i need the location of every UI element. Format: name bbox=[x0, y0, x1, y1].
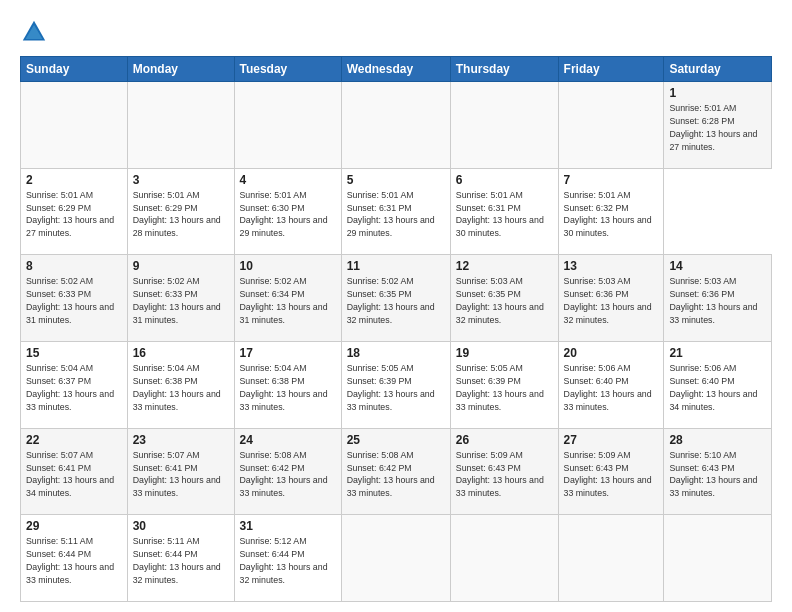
calendar-cell: 26 Sunrise: 5:09 AMSunset: 6:43 PMDaylig… bbox=[450, 428, 558, 515]
calendar-cell bbox=[450, 82, 558, 169]
header-day-thursday: Thursday bbox=[450, 57, 558, 82]
calendar-cell bbox=[234, 82, 341, 169]
day-info: Sunrise: 5:08 AMSunset: 6:42 PMDaylight:… bbox=[347, 450, 435, 499]
calendar-cell bbox=[664, 515, 772, 602]
calendar-cell bbox=[21, 82, 128, 169]
day-number: 31 bbox=[240, 519, 336, 533]
day-number: 20 bbox=[564, 346, 659, 360]
calendar-cell: 2 Sunrise: 5:01 AMSunset: 6:29 PMDayligh… bbox=[21, 168, 128, 255]
calendar-cell: 18 Sunrise: 5:05 AMSunset: 6:39 PMDaylig… bbox=[341, 341, 450, 428]
day-info: Sunrise: 5:03 AMSunset: 6:36 PMDaylight:… bbox=[669, 276, 757, 325]
day-info: Sunrise: 5:01 AMSunset: 6:29 PMDaylight:… bbox=[26, 190, 114, 239]
calendar-cell: 23 Sunrise: 5:07 AMSunset: 6:41 PMDaylig… bbox=[127, 428, 234, 515]
day-number: 6 bbox=[456, 173, 553, 187]
day-number: 23 bbox=[133, 433, 229, 447]
day-number: 7 bbox=[564, 173, 659, 187]
day-info: Sunrise: 5:04 AMSunset: 6:38 PMDaylight:… bbox=[133, 363, 221, 412]
day-info: Sunrise: 5:12 AMSunset: 6:44 PMDaylight:… bbox=[240, 536, 328, 585]
header-day-friday: Friday bbox=[558, 57, 664, 82]
week-row-5: 29 Sunrise: 5:11 AMSunset: 6:44 PMDaylig… bbox=[21, 515, 772, 602]
day-info: Sunrise: 5:03 AMSunset: 6:36 PMDaylight:… bbox=[564, 276, 652, 325]
calendar-header: SundayMondayTuesdayWednesdayThursdayFrid… bbox=[21, 57, 772, 82]
day-info: Sunrise: 5:04 AMSunset: 6:37 PMDaylight:… bbox=[26, 363, 114, 412]
calendar-cell: 25 Sunrise: 5:08 AMSunset: 6:42 PMDaylig… bbox=[341, 428, 450, 515]
week-row-2: 8 Sunrise: 5:02 AMSunset: 6:33 PMDayligh… bbox=[21, 255, 772, 342]
day-number: 26 bbox=[456, 433, 553, 447]
calendar-cell: 17 Sunrise: 5:04 AMSunset: 6:38 PMDaylig… bbox=[234, 341, 341, 428]
day-info: Sunrise: 5:09 AMSunset: 6:43 PMDaylight:… bbox=[564, 450, 652, 499]
calendar-cell: 29 Sunrise: 5:11 AMSunset: 6:44 PMDaylig… bbox=[21, 515, 128, 602]
calendar-cell bbox=[127, 82, 234, 169]
day-info: Sunrise: 5:07 AMSunset: 6:41 PMDaylight:… bbox=[133, 450, 221, 499]
day-number: 13 bbox=[564, 259, 659, 273]
day-info: Sunrise: 5:01 AMSunset: 6:29 PMDaylight:… bbox=[133, 190, 221, 239]
calendar-cell: 7 Sunrise: 5:01 AMSunset: 6:32 PMDayligh… bbox=[558, 168, 664, 255]
header-day-saturday: Saturday bbox=[664, 57, 772, 82]
header-day-monday: Monday bbox=[127, 57, 234, 82]
logo-icon bbox=[20, 18, 48, 46]
week-row-3: 15 Sunrise: 5:04 AMSunset: 6:37 PMDaylig… bbox=[21, 341, 772, 428]
calendar-cell: 5 Sunrise: 5:01 AMSunset: 6:31 PMDayligh… bbox=[341, 168, 450, 255]
calendar-cell: 13 Sunrise: 5:03 AMSunset: 6:36 PMDaylig… bbox=[558, 255, 664, 342]
calendar-cell: 27 Sunrise: 5:09 AMSunset: 6:43 PMDaylig… bbox=[558, 428, 664, 515]
header bbox=[20, 18, 772, 46]
calendar-cell bbox=[450, 515, 558, 602]
calendar-cell bbox=[341, 515, 450, 602]
day-info: Sunrise: 5:09 AMSunset: 6:43 PMDaylight:… bbox=[456, 450, 544, 499]
day-number: 30 bbox=[133, 519, 229, 533]
calendar-cell: 20 Sunrise: 5:06 AMSunset: 6:40 PMDaylig… bbox=[558, 341, 664, 428]
logo bbox=[20, 18, 52, 46]
day-number: 3 bbox=[133, 173, 229, 187]
calendar-cell: 22 Sunrise: 5:07 AMSunset: 6:41 PMDaylig… bbox=[21, 428, 128, 515]
day-info: Sunrise: 5:01 AMSunset: 6:31 PMDaylight:… bbox=[456, 190, 544, 239]
day-info: Sunrise: 5:04 AMSunset: 6:38 PMDaylight:… bbox=[240, 363, 328, 412]
calendar-cell bbox=[341, 82, 450, 169]
header-day-sunday: Sunday bbox=[21, 57, 128, 82]
header-row: SundayMondayTuesdayWednesdayThursdayFrid… bbox=[21, 57, 772, 82]
day-number: 11 bbox=[347, 259, 445, 273]
day-info: Sunrise: 5:02 AMSunset: 6:34 PMDaylight:… bbox=[240, 276, 328, 325]
calendar-page: SundayMondayTuesdayWednesdayThursdayFrid… bbox=[0, 0, 792, 612]
day-number: 10 bbox=[240, 259, 336, 273]
day-info: Sunrise: 5:05 AMSunset: 6:39 PMDaylight:… bbox=[347, 363, 435, 412]
day-info: Sunrise: 5:11 AMSunset: 6:44 PMDaylight:… bbox=[133, 536, 221, 585]
day-number: 17 bbox=[240, 346, 336, 360]
day-number: 16 bbox=[133, 346, 229, 360]
week-row-0: 1 Sunrise: 5:01 AMSunset: 6:28 PMDayligh… bbox=[21, 82, 772, 169]
calendar-body: 1 Sunrise: 5:01 AMSunset: 6:28 PMDayligh… bbox=[21, 82, 772, 602]
day-number: 27 bbox=[564, 433, 659, 447]
day-number: 25 bbox=[347, 433, 445, 447]
day-info: Sunrise: 5:11 AMSunset: 6:44 PMDaylight:… bbox=[26, 536, 114, 585]
header-day-wednesday: Wednesday bbox=[341, 57, 450, 82]
day-info: Sunrise: 5:02 AMSunset: 6:33 PMDaylight:… bbox=[26, 276, 114, 325]
calendar-cell: 21 Sunrise: 5:06 AMSunset: 6:40 PMDaylig… bbox=[664, 341, 772, 428]
day-number: 15 bbox=[26, 346, 122, 360]
calendar-table: SundayMondayTuesdayWednesdayThursdayFrid… bbox=[20, 56, 772, 602]
day-number: 18 bbox=[347, 346, 445, 360]
day-number: 1 bbox=[669, 86, 766, 100]
day-info: Sunrise: 5:07 AMSunset: 6:41 PMDaylight:… bbox=[26, 450, 114, 499]
calendar-cell: 11 Sunrise: 5:02 AMSunset: 6:35 PMDaylig… bbox=[341, 255, 450, 342]
day-number: 8 bbox=[26, 259, 122, 273]
day-number: 9 bbox=[133, 259, 229, 273]
calendar-cell: 31 Sunrise: 5:12 AMSunset: 6:44 PMDaylig… bbox=[234, 515, 341, 602]
week-row-4: 22 Sunrise: 5:07 AMSunset: 6:41 PMDaylig… bbox=[21, 428, 772, 515]
day-info: Sunrise: 5:02 AMSunset: 6:35 PMDaylight:… bbox=[347, 276, 435, 325]
calendar-cell: 19 Sunrise: 5:05 AMSunset: 6:39 PMDaylig… bbox=[450, 341, 558, 428]
calendar-cell bbox=[558, 515, 664, 602]
day-info: Sunrise: 5:02 AMSunset: 6:33 PMDaylight:… bbox=[133, 276, 221, 325]
calendar-cell: 9 Sunrise: 5:02 AMSunset: 6:33 PMDayligh… bbox=[127, 255, 234, 342]
day-info: Sunrise: 5:10 AMSunset: 6:43 PMDaylight:… bbox=[669, 450, 757, 499]
day-info: Sunrise: 5:06 AMSunset: 6:40 PMDaylight:… bbox=[564, 363, 652, 412]
day-info: Sunrise: 5:05 AMSunset: 6:39 PMDaylight:… bbox=[456, 363, 544, 412]
day-number: 19 bbox=[456, 346, 553, 360]
calendar-cell: 8 Sunrise: 5:02 AMSunset: 6:33 PMDayligh… bbox=[21, 255, 128, 342]
day-number: 12 bbox=[456, 259, 553, 273]
day-number: 5 bbox=[347, 173, 445, 187]
day-info: Sunrise: 5:03 AMSunset: 6:35 PMDaylight:… bbox=[456, 276, 544, 325]
calendar-cell bbox=[558, 82, 664, 169]
header-day-tuesday: Tuesday bbox=[234, 57, 341, 82]
calendar-cell: 3 Sunrise: 5:01 AMSunset: 6:29 PMDayligh… bbox=[127, 168, 234, 255]
day-info: Sunrise: 5:01 AMSunset: 6:32 PMDaylight:… bbox=[564, 190, 652, 239]
calendar-cell: 14 Sunrise: 5:03 AMSunset: 6:36 PMDaylig… bbox=[664, 255, 772, 342]
